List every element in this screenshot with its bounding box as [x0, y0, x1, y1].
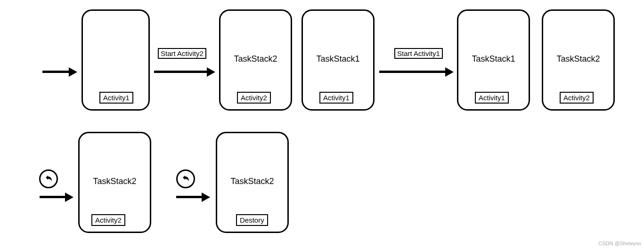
stack-7: TaskStack2 Destory [216, 132, 289, 233]
stack-1-activity: Activity1 [99, 92, 133, 104]
watermark: CSDN @Shewyoo [598, 241, 641, 246]
stack-3-activity: Activity1 [319, 92, 353, 104]
stack-5-activity: Activity2 [560, 92, 594, 104]
stack-5: TaskStack2 Activity2 [542, 9, 615, 111]
stack-4-activity: Activity1 [475, 92, 509, 104]
arrow-3-label: Start Activity1 [394, 48, 443, 59]
stack-2: TaskStack2 Activity2 [219, 9, 292, 111]
stack-3-title: TaskStack1 [303, 54, 373, 64]
stack-6: TaskStack2 Activity2 [78, 132, 151, 233]
stack-4: TaskStack1 Activity1 [457, 9, 530, 111]
stack-2-activity: Activity2 [237, 92, 271, 104]
stack-5-title: TaskStack2 [543, 54, 613, 64]
arrow-2-label: Start Activity2 [158, 48, 206, 59]
stack-7-activity: Destory [236, 214, 268, 226]
stack-4-title: TaskStack1 [458, 54, 529, 64]
stack-6-activity: Activity2 [91, 214, 125, 226]
stack-2-title: TaskStack2 [220, 54, 291, 64]
back-icon-1 [39, 169, 58, 188]
stack-7-title: TaskStack2 [217, 177, 287, 186]
stack-1: Activity1 [82, 9, 150, 111]
stack-6-title: TaskStack2 [80, 177, 150, 186]
back-icon-2 [176, 169, 195, 188]
stack-3: TaskStack1 Activity1 [302, 9, 375, 111]
